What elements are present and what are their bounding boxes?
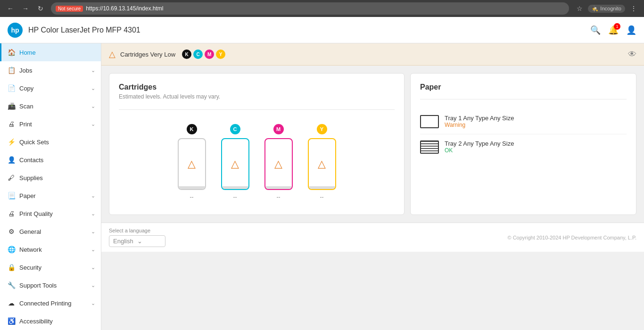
- sidebar-item-connected-printing[interactable]: ☁ Connected Printing ⌄: [0, 294, 101, 312]
- search-icon: 🔍: [590, 25, 601, 35]
- menu-button[interactable]: ⋮: [627, 2, 640, 15]
- sidebar-item-print[interactable]: 🖨 Print ⌄: [0, 115, 101, 133]
- incognito-icon: 🕵: [592, 6, 598, 12]
- cartridge-warning-magenta: △: [274, 158, 282, 170]
- alert-triangle-icon: △: [109, 49, 116, 59]
- cartridge-level-yellow: --: [320, 194, 324, 200]
- paper-icon: 📃: [7, 191, 16, 200]
- user-icon: 👤: [626, 25, 636, 35]
- sidebar-item-general[interactable]: ⚙ General ⌄: [0, 223, 101, 240]
- sidebar-item-supplies[interactable]: 🖋 Supplies: [0, 169, 101, 187]
- sidebar-label-quick-sets: Quick Sets: [19, 139, 95, 146]
- tray2-name: Tray 2 Any Type Any Size: [445, 140, 627, 147]
- chevron-icon-paper: ⌄: [91, 193, 95, 199]
- chevron-icon-support-tools: ⌄: [91, 282, 95, 289]
- app-title: HP Color LaserJet Pro MFP 4301: [28, 26, 140, 34]
- footer-bar: Select a language English ⌄ © Copyright …: [101, 223, 644, 252]
- print-quality-icon: 🖨: [7, 209, 16, 218]
- accessibility-icon: ♿: [7, 317, 16, 325]
- notifications-button[interactable]: 🔔 1: [608, 25, 619, 35]
- sidebar: 🏠 Home 📋 Jobs ⌄ 📄 Copy ⌄ 📠 Scan ⌄ 🖨 Prin…: [0, 43, 101, 330]
- main-content: △ Cartridges Very Low K C M Y 👁 Cartridg…: [101, 43, 644, 330]
- language-label: Select a language: [109, 228, 165, 233]
- copyright-text: © Copyright 2010-2024 HP Development Com…: [508, 235, 637, 240]
- chevron-icon-print-quality: ⌄: [91, 211, 95, 217]
- user-button[interactable]: 👤: [626, 25, 636, 35]
- forward-button[interactable]: →: [19, 2, 32, 15]
- security-icon: 🔒: [7, 263, 16, 272]
- back-button[interactable]: ←: [4, 2, 17, 15]
- cartridge-level-magenta: --: [277, 194, 281, 200]
- header-actions: 🔍 🔔 1 👤: [590, 25, 636, 35]
- not-secure-badge: Not secure: [56, 6, 83, 12]
- quick-sets-icon: ⚡: [7, 138, 16, 146]
- chevron-icon-security: ⌄: [91, 264, 95, 271]
- sidebar-label-jobs: Jobs: [19, 67, 87, 74]
- cartridge-body-yellow: △: [308, 138, 336, 190]
- contacts-icon: 👤: [7, 156, 16, 164]
- cartridge-dot-cyan: C: [230, 124, 240, 134]
- content-panels: Cartridges Estimated levels. Actual leve…: [101, 66, 644, 223]
- tray1-item: Tray 1 Any Type Any Size Warning: [420, 109, 627, 134]
- language-selector: Select a language English ⌄: [109, 228, 165, 247]
- sidebar-label-general: General: [19, 228, 87, 235]
- sidebar-item-security[interactable]: 🔒 Security ⌄: [0, 258, 101, 276]
- general-icon: ⚙: [7, 227, 16, 236]
- sidebar-item-paper[interactable]: 📃 Paper ⌄: [0, 187, 101, 205]
- chevron-icon-scan: ⌄: [91, 103, 95, 109]
- home-icon: 🏠: [7, 48, 16, 57]
- cartridge-dot-yellow: Y: [317, 124, 327, 134]
- address-bar[interactable]: Not secure https://10.69.13.145/index.ht…: [51, 2, 569, 15]
- connected-printing-icon: ☁: [7, 299, 16, 307]
- sidebar-item-print-quality[interactable]: 🖨 Print Quality ⌄: [0, 205, 101, 223]
- cartridge-warning-cyan: △: [231, 158, 239, 170]
- hp-logo: hp: [8, 23, 23, 38]
- sidebar-label-supplies: Supplies: [19, 174, 95, 182]
- sidebar-item-support-tools[interactable]: 🔧 Support Tools ⌄: [0, 276, 101, 294]
- sidebar-label-paper: Paper: [19, 192, 87, 199]
- ink-dot-yellow: Y: [216, 50, 225, 59]
- cartridge-body-cyan: △: [221, 138, 249, 190]
- sidebar-label-copy: Copy: [19, 85, 87, 92]
- search-button[interactable]: 🔍: [590, 25, 601, 35]
- alert-banner: △ Cartridges Very Low K C M Y 👁: [101, 43, 644, 66]
- tray1-info: Tray 1 Any Type Any Size Warning: [445, 115, 627, 128]
- copy-icon: 📄: [7, 84, 16, 92]
- tray1-name: Tray 1 Any Type Any Size: [445, 115, 627, 122]
- cartridge-cyan: C △ --: [221, 124, 249, 200]
- alert-title: Cartridges Very Low: [120, 51, 175, 58]
- sidebar-item-jobs[interactable]: 📋 Jobs ⌄: [0, 61, 101, 79]
- sidebar-label-print: Print: [19, 121, 87, 128]
- browser-actions: ☆ 🕵 Incognito ⋮: [573, 2, 640, 15]
- alert-hide-button[interactable]: 👁: [628, 50, 636, 59]
- ink-dot-magenta: M: [205, 50, 214, 59]
- app-container: hp HP Color LaserJet Pro MFP 4301 🔍 🔔 1 …: [0, 17, 644, 330]
- sidebar-item-contacts[interactable]: 👤 Contacts: [0, 151, 101, 169]
- print-icon: 🖨: [7, 120, 16, 128]
- language-dropdown[interactable]: English ⌄: [109, 235, 165, 247]
- cartridge-dot-black: K: [187, 124, 197, 134]
- logo-text: hp: [11, 26, 19, 34]
- star-button[interactable]: ☆: [573, 2, 586, 15]
- sidebar-label-support-tools: Support Tools: [19, 282, 87, 289]
- sidebar-item-scan[interactable]: 📠 Scan ⌄: [0, 97, 101, 115]
- sidebar-label-scan: Scan: [19, 103, 87, 110]
- scan-icon: 📠: [7, 102, 16, 110]
- chevron-icon-network: ⌄: [91, 247, 95, 253]
- sidebar-item-network[interactable]: 🌐 Network ⌄: [0, 240, 101, 258]
- sidebar-label-home: Home: [19, 49, 95, 56]
- cartridge-level-cyan: --: [233, 194, 237, 200]
- sidebar-item-home[interactable]: 🏠 Home: [0, 43, 101, 61]
- cartridges-row: K △ -- C △ --: [119, 119, 395, 205]
- sidebar-item-quick-sets[interactable]: ⚡ Quick Sets: [0, 133, 101, 151]
- cartridges-title: Cartridges: [119, 83, 395, 91]
- eye-slash-icon: 👁: [628, 50, 636, 59]
- sidebar-item-accessibility[interactable]: ♿ Accessibility: [0, 312, 101, 330]
- sidebar-label-connected-printing: Connected Printing: [19, 300, 87, 307]
- sidebar-item-copy[interactable]: 📄 Copy ⌄: [0, 79, 101, 97]
- reload-button[interactable]: ↻: [34, 2, 47, 15]
- sidebar-label-print-quality: Print Quality: [19, 210, 87, 217]
- cartridge-magenta: M △ --: [264, 124, 293, 200]
- browser-chrome: ← → ↻ Not secure https://10.69.13.145/in…: [0, 0, 644, 17]
- chevron-down-icon: ⌄: [137, 238, 142, 245]
